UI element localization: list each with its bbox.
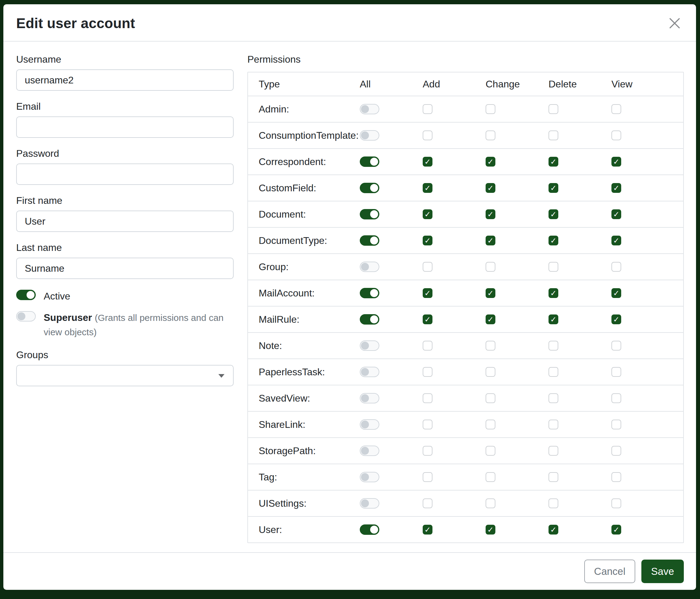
permission-change-checkbox[interactable] xyxy=(485,341,495,351)
permission-add-checkbox[interactable] xyxy=(423,157,432,167)
permission-delete-checkbox[interactable] xyxy=(549,420,558,429)
permission-change-checkbox[interactable] xyxy=(485,472,495,482)
permission-delete-checkbox[interactable] xyxy=(549,104,558,114)
permission-all-toggle[interactable] xyxy=(360,446,379,456)
permission-delete-checkbox[interactable] xyxy=(549,157,558,167)
permission-delete-checkbox[interactable] xyxy=(549,209,558,219)
close-button[interactable] xyxy=(666,15,683,32)
permission-delete-checkbox[interactable] xyxy=(549,446,558,456)
permission-all-toggle[interactable] xyxy=(360,367,379,377)
permission-view-checkbox[interactable] xyxy=(611,104,621,114)
permission-all-toggle[interactable] xyxy=(360,130,379,141)
permission-delete-checkbox[interactable] xyxy=(549,367,558,377)
permission-add-checkbox[interactable] xyxy=(423,236,432,245)
permission-view-checkbox[interactable] xyxy=(611,209,621,219)
permission-change-checkbox[interactable] xyxy=(485,130,495,140)
permission-type-label: MailAccount: xyxy=(259,288,360,299)
superuser-toggle[interactable] xyxy=(16,311,36,321)
password-input[interactable] xyxy=(16,164,234,185)
permission-add-checkbox[interactable] xyxy=(423,341,432,351)
permission-delete-checkbox[interactable] xyxy=(549,288,558,298)
permission-change-checkbox[interactable] xyxy=(485,209,495,219)
permission-add-checkbox[interactable] xyxy=(423,314,432,324)
edit-user-modal: Edit user account Username Email xyxy=(3,4,696,590)
permission-add-checkbox[interactable] xyxy=(423,209,432,219)
permission-delete-checkbox[interactable] xyxy=(549,236,558,245)
permission-add-checkbox[interactable] xyxy=(423,183,432,193)
permission-delete-checkbox[interactable] xyxy=(549,341,558,351)
permission-view-checkbox[interactable] xyxy=(611,236,621,245)
permission-all-toggle[interactable] xyxy=(360,472,379,482)
permission-delete-checkbox[interactable] xyxy=(549,183,558,193)
permission-add-checkbox[interactable] xyxy=(423,130,432,140)
permission-view-checkbox[interactable] xyxy=(611,341,621,351)
permission-view-checkbox[interactable] xyxy=(611,183,621,193)
permission-all-toggle[interactable] xyxy=(360,419,379,430)
permission-add-checkbox[interactable] xyxy=(423,499,432,508)
permission-view-checkbox[interactable] xyxy=(611,393,621,403)
permission-view-checkbox[interactable] xyxy=(611,446,621,456)
permission-all-toggle[interactable] xyxy=(360,262,379,272)
permission-all-toggle[interactable] xyxy=(360,209,379,219)
permission-change-checkbox[interactable] xyxy=(485,183,495,193)
permission-row: Document: xyxy=(248,201,683,227)
permission-change-checkbox[interactable] xyxy=(485,236,495,245)
groups-select[interactable] xyxy=(16,365,234,386)
permission-add-checkbox[interactable] xyxy=(423,472,432,482)
permission-view-checkbox[interactable] xyxy=(611,262,621,272)
active-toggle[interactable] xyxy=(16,290,36,300)
permission-all-toggle[interactable] xyxy=(360,288,379,298)
permission-view-checkbox[interactable] xyxy=(611,314,621,324)
permission-change-checkbox[interactable] xyxy=(485,104,495,114)
permission-delete-checkbox[interactable] xyxy=(549,472,558,482)
permission-change-checkbox[interactable] xyxy=(485,446,495,456)
permission-delete-checkbox[interactable] xyxy=(549,499,558,508)
permission-change-checkbox[interactable] xyxy=(485,288,495,298)
permission-change-checkbox[interactable] xyxy=(485,393,495,403)
first-name-input[interactable] xyxy=(16,211,234,232)
permission-add-checkbox[interactable] xyxy=(423,367,432,377)
permission-all-toggle[interactable] xyxy=(360,104,379,114)
permission-change-checkbox[interactable] xyxy=(485,367,495,377)
permission-view-checkbox[interactable] xyxy=(611,525,621,534)
username-input[interactable] xyxy=(16,69,234,91)
permission-all-toggle[interactable] xyxy=(360,498,379,508)
permission-view-checkbox[interactable] xyxy=(611,420,621,429)
permission-delete-checkbox[interactable] xyxy=(549,130,558,140)
permission-view-checkbox[interactable] xyxy=(611,130,621,140)
permission-add-checkbox[interactable] xyxy=(423,104,432,114)
permission-add-checkbox[interactable] xyxy=(423,262,432,272)
permission-add-checkbox[interactable] xyxy=(423,420,432,429)
permission-all-toggle[interactable] xyxy=(360,183,379,193)
permission-all-toggle[interactable] xyxy=(360,340,379,351)
permission-view-checkbox[interactable] xyxy=(611,499,621,508)
permission-add-checkbox[interactable] xyxy=(423,288,432,298)
permission-delete-checkbox[interactable] xyxy=(549,314,558,324)
permission-change-checkbox[interactable] xyxy=(485,525,495,534)
permission-all-toggle[interactable] xyxy=(360,314,379,325)
permission-change-checkbox[interactable] xyxy=(485,262,495,272)
permission-add-checkbox[interactable] xyxy=(423,446,432,456)
email-input[interactable] xyxy=(16,116,234,138)
permission-view-checkbox[interactable] xyxy=(611,157,621,167)
last-name-input[interactable] xyxy=(16,258,234,279)
permission-delete-checkbox[interactable] xyxy=(549,393,558,403)
permission-all-toggle[interactable] xyxy=(360,393,379,403)
cancel-button[interactable]: Cancel xyxy=(584,559,635,583)
permission-view-checkbox[interactable] xyxy=(611,288,621,298)
permission-change-checkbox[interactable] xyxy=(485,314,495,324)
permission-change-checkbox[interactable] xyxy=(485,157,495,167)
permission-all-toggle[interactable] xyxy=(360,524,379,535)
permission-view-checkbox[interactable] xyxy=(611,367,621,377)
save-button[interactable]: Save xyxy=(641,559,684,583)
permission-delete-checkbox[interactable] xyxy=(549,525,558,534)
permission-row: ConsumptionTemplate: xyxy=(248,122,683,148)
permission-delete-checkbox[interactable] xyxy=(549,262,558,272)
permission-all-toggle[interactable] xyxy=(360,235,379,246)
permission-change-checkbox[interactable] xyxy=(485,420,495,429)
permission-add-checkbox[interactable] xyxy=(423,393,432,403)
permission-change-checkbox[interactable] xyxy=(485,499,495,508)
permission-view-checkbox[interactable] xyxy=(611,472,621,482)
permission-all-toggle[interactable] xyxy=(360,157,379,167)
permission-add-checkbox[interactable] xyxy=(423,525,432,534)
